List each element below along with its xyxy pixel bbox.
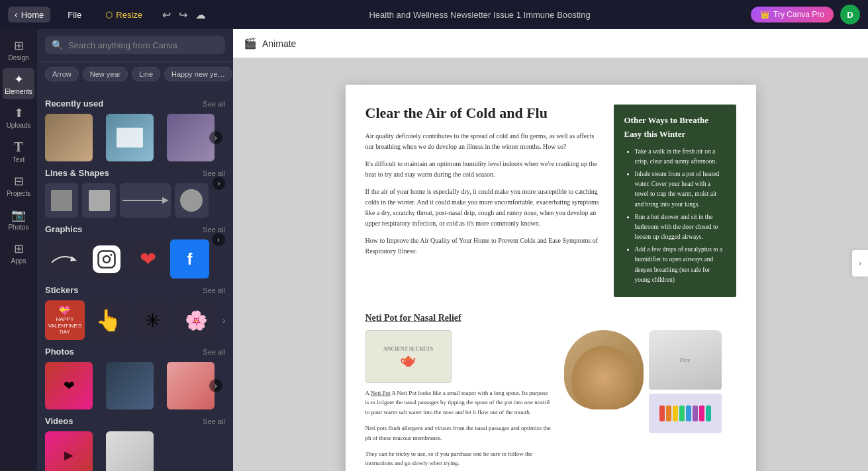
svg-marker-2 — [70, 256, 77, 261]
graphics-label: Graphics — [45, 224, 82, 234]
uploads-icon: ⬆ — [14, 106, 24, 120]
recently-used-item-3[interactable] — [167, 114, 215, 161]
videos-header: Videos See all — [45, 416, 225, 426]
body-p4: How to Improve the Air Quality of Your H… — [365, 236, 603, 257]
photos-see-all[interactable]: See all — [203, 348, 225, 356]
photo-2[interactable] — [106, 362, 154, 409]
right-collapse-arrow[interactable]: › — [852, 250, 868, 277]
graphic-arrow[interactable] — [45, 239, 84, 278]
design-icon: ⊞ — [14, 38, 24, 53]
left-panel: 🔍 Arrow New year Line Happy new ye… Rece… — [37, 29, 233, 471]
elements-icon: ✦ — [14, 72, 24, 87]
article-title: Clear the Air of Cold and Flu — [365, 105, 603, 122]
crown-icon: 👑 — [760, 10, 770, 19]
body-p3: If the air of your home is especially dr… — [365, 187, 603, 229]
svg-marker-1 — [162, 197, 169, 204]
resize-button[interactable]: ⬡ Resize — [99, 7, 149, 22]
graphic-instagram[interactable] — [87, 239, 126, 278]
photos-next[interactable]: › — [209, 379, 222, 392]
sticker-valentine[interactable]: 💝 HAPPYVALENTINE'SDAY — [45, 300, 85, 340]
sidebar-item-projects[interactable]: ⊟ Projects — [3, 170, 34, 201]
video-1[interactable]: ▶ — [45, 431, 93, 471]
videos-see-all[interactable]: See all — [203, 417, 225, 425]
photos-header: Photos See all — [45, 347, 225, 357]
neti-heading: Neti Pot for Nasal Relief — [365, 313, 736, 323]
apps-icon: ⊞ — [14, 241, 24, 256]
chip-happy-new[interactable]: Happy new ye… — [164, 67, 232, 81]
recently-used-grid: › — [45, 114, 225, 161]
graphics-see-all[interactable]: See all — [203, 226, 225, 234]
canvas-scroll[interactable]: Clear the Air of Cold and Flu Air qualit… — [233, 58, 868, 471]
animate-bar: 🎬 Animate — [233, 29, 868, 58]
sidebar-item-uploads[interactable]: ⬆ Uploads — [3, 102, 34, 133]
try-canva-button[interactable]: 👑 Try Canva Pro — [751, 7, 834, 22]
main-area: ⊞ Design ✦ Elements ⬆ Uploads T Text ⊟ P… — [0, 29, 868, 471]
neti-p1: A Neti Pot A Neti Pot looks like a small… — [365, 388, 554, 417]
back-arrow-icon: ‹ — [15, 9, 18, 20]
search-input[interactable] — [68, 40, 218, 50]
photo-1[interactable]: ❤ — [45, 362, 93, 409]
file-button[interactable]: File — [61, 7, 88, 22]
recently-used-label: Recently used — [45, 99, 103, 108]
search-input-wrap[interactable]: 🔍 — [45, 36, 225, 54]
document-title: Health and Wellness Newsletter Issue 1 I… — [219, 10, 740, 20]
green-bullet-2: Inhale steam from a pot of heated water.… — [635, 169, 726, 210]
body-p1: Air quality definitely contributes to th… — [365, 131, 603, 152]
body-p2: It's difficult to maintain an optimum hu… — [365, 159, 603, 180]
animate-label[interactable]: Animate — [262, 38, 296, 49]
lines-shapes-header: Lines & Shapes See all — [45, 168, 225, 178]
graphics-grid: ❤ f › — [45, 239, 225, 278]
shape-circle[interactable] — [175, 183, 208, 218]
svg-point-5 — [110, 253, 112, 255]
user-avatar[interactable]: D — [840, 5, 860, 24]
sticker-hand[interactable]: 👆 — [89, 300, 128, 340]
sidebar-item-text[interactable]: T Text — [3, 136, 34, 167]
recently-used-header: Recently used See all — [45, 99, 225, 108]
photos-icon: 📷 — [11, 208, 26, 222]
home-button[interactable]: ‹ Home — [8, 7, 50, 22]
undo-redo-group: ↩ ↪ ☁ — [160, 7, 209, 22]
sidebar-item-photos[interactable]: 📷 Photos — [3, 204, 34, 235]
recently-used-item-2[interactable] — [106, 114, 154, 161]
lines-shapes-see-all[interactable]: See all — [203, 169, 225, 177]
stickers-next[interactable]: › — [222, 300, 226, 340]
graphic-facebook[interactable]: f — [170, 239, 209, 278]
shape-arrow-line[interactable] — [120, 183, 171, 218]
neti-p2: Neti pots flush allergens and viruses fr… — [365, 423, 554, 443]
green-box-title: Other Ways to Breathe Easy this Winter — [624, 114, 726, 142]
sidebar-item-elements[interactable]: ✦ Elements — [3, 68, 34, 99]
undo-button[interactable]: ↩ — [160, 7, 173, 22]
sidebar-item-design[interactable]: ⊞ Design — [3, 34, 34, 65]
search-bar: 🔍 — [37, 29, 233, 62]
recently-used-item-1[interactable] — [45, 114, 93, 161]
animate-icon: 🎬 — [244, 37, 257, 50]
toolbar-right: 👑 Try Canva Pro D — [751, 5, 860, 24]
redo-button[interactable]: ↪ — [176, 7, 190, 22]
panel-scroll[interactable]: Recently used See all › Lines — [37, 87, 233, 471]
chip-line[interactable]: Line — [132, 67, 160, 81]
projects-icon: ⊟ — [14, 174, 24, 189]
cloud-save-button[interactable]: ☁ — [193, 7, 209, 22]
green-bullet-1: Take a walk in the fresh air on a crisp,… — [635, 147, 726, 167]
recently-used-see-all[interactable]: See all — [203, 100, 225, 108]
video-2[interactable] — [106, 431, 154, 471]
stickers-see-all[interactable]: See all — [203, 286, 225, 294]
sticker-sparkle[interactable]: ✳ — [132, 300, 172, 340]
green-bullet-4: Add a few drops of eucalyptus to a humid… — [635, 245, 726, 285]
photo-3[interactable] — [167, 362, 215, 409]
toolbar: ‹ Home File ⬡ Resize ↩ ↪ ☁ Health and We… — [0, 0, 868, 29]
sticker-flower[interactable]: 🌸 — [176, 300, 216, 340]
chip-arrow[interactable]: Arrow — [45, 67, 79, 81]
sidebar-item-apps[interactable]: ⊞ Apps — [3, 237, 34, 269]
shape-rect[interactable] — [82, 183, 115, 218]
graphics-next[interactable]: › — [212, 233, 225, 246]
shape-square[interactable] — [45, 183, 78, 218]
green-box: Other Ways to Breathe Easy this Winter T… — [614, 105, 736, 297]
green-box-bullets: Take a walk in the fresh air on a crisp,… — [624, 147, 726, 285]
chip-new-year[interactable]: New year — [83, 67, 128, 81]
photos-label: Photos — [45, 347, 74, 357]
shapes-next[interactable]: › — [213, 177, 225, 190]
graphics-header: Graphics See all — [45, 224, 225, 234]
graphic-heart[interactable]: ❤ — [128, 239, 168, 278]
recently-used-next[interactable]: › — [209, 131, 222, 144]
